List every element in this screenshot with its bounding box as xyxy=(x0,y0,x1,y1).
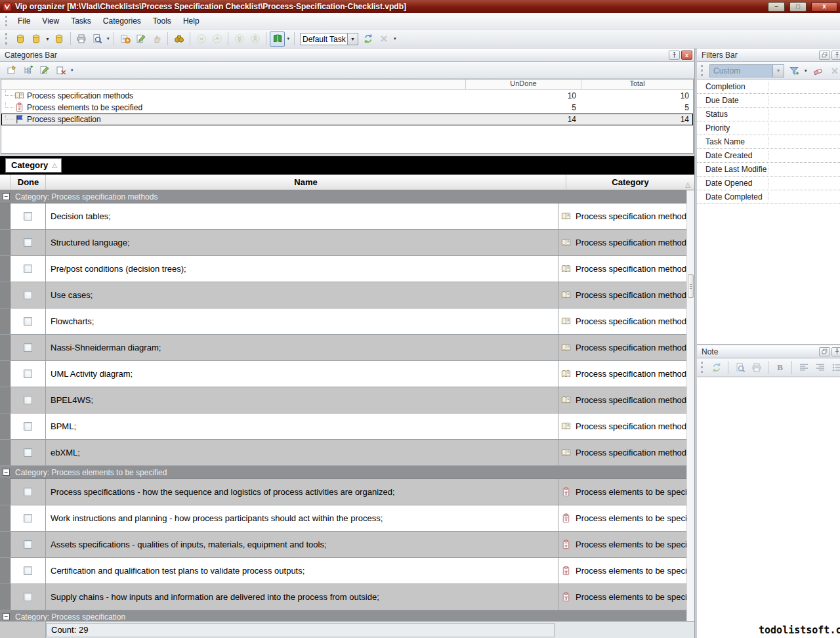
menu-item[interactable]: Help xyxy=(177,14,205,28)
task-done-checkbox[interactable] xyxy=(24,396,32,404)
group-header-row[interactable]: − Category: Process elements to be speci… xyxy=(0,466,686,479)
new-category-button[interactable] xyxy=(4,62,19,77)
column-header-category[interactable]: Category△ xyxy=(566,175,694,190)
task-row[interactable]: Pre/post conditions (decision trees); Pr… xyxy=(0,256,686,282)
task-category-cell[interactable]: Process specification methods xyxy=(558,414,686,439)
task-name[interactable]: BPML; xyxy=(46,414,558,439)
task-name[interactable]: Certification and qualification test pla… xyxy=(46,558,558,584)
task-category-cell[interactable]: Process elements to be specified xyxy=(558,584,686,610)
filter-value[interactable] xyxy=(768,108,840,121)
task-row[interactable]: Work instructions and planning - how pro… xyxy=(0,505,686,532)
complete-task-button[interactable] xyxy=(149,32,164,47)
new-task-button[interactable] xyxy=(117,32,133,47)
open-database-dropdown-icon[interactable]: ▼ xyxy=(44,37,51,41)
category-tree-row[interactable]: Process specification methods 10 10 xyxy=(1,90,693,102)
vertical-scrollbar[interactable] xyxy=(686,190,694,621)
apply-filter-button[interactable] xyxy=(786,63,801,78)
task-name[interactable]: Structured language; xyxy=(46,230,558,255)
task-name[interactable]: Assets specifications - qualities of inp… xyxy=(46,532,558,557)
save-database-button[interactable] xyxy=(52,32,67,47)
note-apply-button[interactable] xyxy=(709,360,724,375)
task-done-checkbox[interactable] xyxy=(24,488,32,496)
group-header-row[interactable]: − Category: Process specification method… xyxy=(0,190,686,203)
task-row[interactable]: ebXML; Process specification methods xyxy=(0,440,686,466)
close-panel-icon[interactable]: x xyxy=(681,51,692,60)
filter-preset-dropdown-button[interactable]: ▼ xyxy=(772,64,784,77)
task-category-cell[interactable]: Process elements to be specified xyxy=(558,505,686,531)
print-dropdown-icon[interactable]: ▾ xyxy=(106,36,111,41)
task-row[interactable]: Process specifications - how the sequenc… xyxy=(0,479,686,505)
collapse-group-icon[interactable]: − xyxy=(3,613,10,620)
delete-filter-button[interactable] xyxy=(828,63,840,78)
pin-icon[interactable] xyxy=(831,347,840,356)
edit-category-button[interactable] xyxy=(37,62,52,77)
task-category-cell[interactable]: Process elements to be specified xyxy=(558,479,686,505)
delete-button[interactable] xyxy=(377,32,392,47)
task-done-checkbox[interactable] xyxy=(24,212,32,221)
task-name[interactable]: Supply chains - how inputs and informati… xyxy=(46,584,558,610)
task-name[interactable]: Process specifications - how the sequenc… xyxy=(46,479,558,505)
task-name[interactable]: BPEL4WS; xyxy=(46,387,558,413)
filter-value[interactable] xyxy=(768,149,840,162)
apply-template-button[interactable] xyxy=(361,32,376,47)
task-done-checkbox[interactable] xyxy=(24,540,32,549)
collapse-group-icon[interactable]: − xyxy=(3,193,10,200)
task-row[interactable]: UML Activity diagram; Process specificat… xyxy=(0,361,686,387)
menu-item[interactable]: View xyxy=(36,14,65,28)
task-name[interactable]: ebXML; xyxy=(46,440,558,465)
bullet-list-button[interactable] xyxy=(829,360,840,375)
task-row[interactable]: Structured language; Process specificati… xyxy=(0,230,686,256)
collapse-group-icon[interactable]: − xyxy=(3,469,10,476)
task-name[interactable]: Flowcharts; xyxy=(46,308,558,334)
move-up-button[interactable] xyxy=(209,32,224,47)
task-row[interactable]: Use cases; Process specification methods xyxy=(0,282,686,308)
filter-value[interactable] xyxy=(768,94,840,107)
task-name[interactable]: Decision tables; xyxy=(46,203,558,229)
task-done-checkbox[interactable] xyxy=(24,291,32,299)
task-template-combobox[interactable]: Default Task ▼ xyxy=(300,33,358,45)
scrollbar-thumb[interactable] xyxy=(688,274,694,298)
task-template-dropdown-button[interactable]: ▼ xyxy=(347,33,358,45)
task-category-cell[interactable]: Process specification methods xyxy=(558,203,686,229)
task-template-value[interactable]: Default Task xyxy=(300,33,347,45)
task-name[interactable]: UML Activity diagram; xyxy=(46,361,558,387)
menu-item[interactable]: File xyxy=(12,14,36,28)
filter-value[interactable] xyxy=(768,80,840,93)
task-category-cell[interactable]: Process specification methods xyxy=(558,256,686,282)
column-header-done[interactable]: Done xyxy=(10,175,46,190)
move-to-bottom-button[interactable] xyxy=(232,32,247,47)
task-done-checkbox[interactable] xyxy=(24,514,32,522)
filter-preset-value[interactable]: Custom xyxy=(709,64,772,77)
column-header-undone[interactable]: UnDone xyxy=(466,79,581,89)
notebook-view-toggle[interactable] xyxy=(270,32,285,47)
task-row[interactable]: Decision tables; Process specification m… xyxy=(0,203,686,230)
task-category-cell[interactable]: Process specification methods xyxy=(558,440,686,465)
task-row[interactable]: Supply chains - how inputs and informati… xyxy=(0,584,686,610)
task-row[interactable]: Assets specifications - qualities of inp… xyxy=(0,532,686,558)
pin-icon[interactable] xyxy=(831,51,840,60)
close-button[interactable]: x xyxy=(811,2,837,12)
task-name[interactable]: Use cases; xyxy=(46,282,558,308)
apply-filter-dropdown-icon[interactable]: ▾ xyxy=(803,68,808,74)
open-database-button[interactable] xyxy=(28,32,43,47)
notebook-view-dropdown-icon[interactable]: ▾ xyxy=(285,36,291,41)
restore-button[interactable]: □ xyxy=(789,2,807,12)
task-category-cell[interactable]: Process specification methods xyxy=(558,361,686,387)
find-task-button[interactable] xyxy=(171,32,186,47)
task-done-checkbox[interactable] xyxy=(24,238,32,247)
new-subcategory-button[interactable] xyxy=(20,62,35,77)
filter-preset-combobox[interactable]: Custom ▼ xyxy=(709,64,784,77)
align-right-button[interactable] xyxy=(812,360,828,375)
filter-value[interactable] xyxy=(768,177,840,190)
task-name[interactable]: Nassi-Shneiderman diagram; xyxy=(46,335,558,360)
restore-panel-icon[interactable] xyxy=(819,347,830,356)
task-done-checkbox[interactable] xyxy=(24,566,32,575)
menu-item[interactable]: Tools xyxy=(147,14,177,28)
task-row[interactable]: Nassi-Shneiderman diagram; Process speci… xyxy=(0,335,686,361)
task-done-checkbox[interactable] xyxy=(24,317,32,326)
note-content[interactable]: todolistsoft.com xyxy=(697,377,840,638)
task-done-checkbox[interactable] xyxy=(24,370,32,378)
task-done-checkbox[interactable] xyxy=(24,448,32,457)
note-preview-button[interactable] xyxy=(732,360,747,375)
clear-filter-button[interactable] xyxy=(810,63,826,78)
